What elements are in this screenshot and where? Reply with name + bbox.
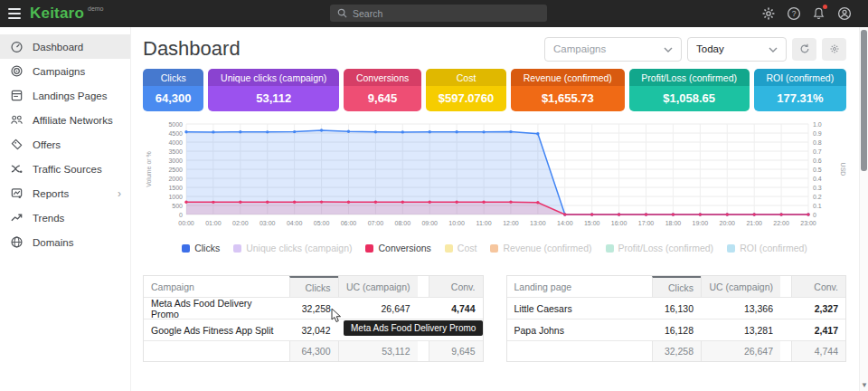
table-row[interactable]: Meta Ads Food Delivery Promo32,25826,647…: [144, 298, 483, 319]
sidebar-item-campaigns[interactable]: Campaigns: [0, 59, 130, 83]
legend-item[interactable]: Cost: [445, 243, 477, 253]
column-header-uc[interactable]: UC (campaign): [701, 276, 780, 297]
column-spacer: [780, 276, 791, 297]
row-name[interactable]: Little Caesars: [507, 298, 653, 319]
totals-clicks: 32,258: [652, 341, 701, 361]
legend-item[interactable]: Clicks: [182, 243, 220, 253]
sidebar-item-reports[interactable]: Reports ›: [0, 181, 130, 205]
menu-toggle-icon[interactable]: [0, 0, 27, 27]
row-tooltip: Meta Ads Food Delivery Promo: [344, 320, 483, 336]
legend-item[interactable]: Unique clicks (campaign): [233, 243, 352, 253]
svg-text:12:00: 12:00: [503, 220, 519, 226]
svg-text:4000: 4000: [168, 139, 183, 146]
totals-uc: 53,112: [338, 341, 418, 361]
metric-card[interactable]: Clicks64,300: [143, 69, 203, 111]
column-header-clicks[interactable]: Clicks: [652, 276, 701, 297]
metric-card[interactable]: Profit/Loss (confirmed)$1,058.65: [629, 69, 750, 111]
column-header-uc[interactable]: UC (campaign): [338, 276, 418, 297]
row-uc: 13,281: [701, 319, 780, 340]
vertical-scrollbar[interactable]: ▼: [859, 27, 868, 391]
metric-card[interactable]: Unique clicks (campaign)53,112: [208, 69, 339, 111]
user-avatar-icon[interactable]: [837, 6, 852, 21]
report-chart-icon: [9, 186, 24, 201]
svg-text:16:00: 16:00: [611, 220, 627, 226]
sidebar-nav: Dashboard Campaigns Landings Pages Affil…: [0, 27, 131, 391]
sidebar-item-trends[interactable]: Trends: [0, 205, 130, 230]
row-conv: 4,744: [429, 298, 483, 319]
tag-icon: [9, 138, 24, 152]
metric-card[interactable]: Revenue (confirmed)$1,655.73: [511, 69, 625, 111]
sidebar-item-label: Traffic Sources: [33, 164, 102, 175]
trend-arrow-icon: [9, 211, 24, 225]
sidebar-item-label: Reports: [33, 188, 69, 199]
metric-card[interactable]: Cost$597.0760: [426, 69, 506, 111]
date-range-select[interactable]: Today: [687, 37, 787, 62]
metric-cards: Clicks64,300Unique clicks (campaign)53,1…: [143, 69, 846, 111]
column-header-conv[interactable]: Conv.: [429, 276, 483, 297]
dashboard-settings-button[interactable]: [822, 38, 846, 61]
sidebar-item-dashboard[interactable]: Dashboard: [0, 34, 130, 59]
metric-card[interactable]: Conversions9,645: [344, 69, 421, 111]
column-spacer: [780, 298, 791, 319]
row-name[interactable]: Google Ads Fitness App Split: [144, 319, 289, 340]
table-header-row: CampaignClicksUC (campaign)Conv.: [144, 276, 483, 298]
global-search[interactable]: [330, 5, 547, 22]
legend-item[interactable]: Revenue (confirmed): [490, 243, 591, 253]
svg-text:3000: 3000: [168, 157, 183, 164]
search-input[interactable]: [353, 8, 540, 19]
traffic-chart[interactable]: 0500100015002000250030003500400045005000…: [143, 119, 846, 238]
table-row[interactable]: Little Caesars16,13013,3662,327: [507, 298, 846, 319]
landing-pages-table: Landing pageClicksUC (campaign)Conv.Litt…: [506, 275, 847, 362]
help-icon[interactable]: ?: [787, 6, 801, 21]
table-row[interactable]: Papa Johns16,12813,2812,417: [507, 319, 846, 341]
top-bar: Keitaro demo ?: [0, 0, 868, 27]
campaigns-filter-select[interactable]: Campaigns: [544, 37, 682, 62]
notifications-bell-icon[interactable]: [812, 6, 826, 21]
chevron-down-icon: [769, 43, 778, 54]
search-icon: [337, 8, 347, 18]
svg-text:14:00: 14:00: [557, 220, 573, 226]
globe-icon: [9, 235, 24, 250]
svg-text:19:00: 19:00: [693, 220, 709, 226]
svg-text:0.8: 0.8: [813, 139, 822, 146]
legend-swatch: [727, 244, 735, 253]
column-header-conv[interactable]: Conv.: [791, 276, 845, 297]
traffic-chart-svg[interactable]: 0500100015002000250030003500400045005000…: [143, 119, 846, 234]
sidebar-item-affiliate-networks[interactable]: Affiliate Networks: [0, 108, 130, 132]
gauge-icon: [9, 40, 24, 54]
legend-item[interactable]: Profit/Loss (confirmed): [606, 243, 714, 253]
column-header-name[interactable]: Campaign: [144, 276, 289, 297]
settings-gear-icon[interactable]: [761, 6, 776, 21]
sidebar-item-landings-pages[interactable]: Landings Pages: [0, 83, 130, 108]
row-clicks: 16,128: [652, 319, 701, 340]
svg-text:21:00: 21:00: [746, 220, 762, 226]
svg-text:06:00: 06:00: [341, 220, 357, 226]
svg-text:07:00: 07:00: [368, 220, 384, 226]
svg-text:03:00: 03:00: [259, 220, 276, 226]
table-totals-row: 32,25826,6474,744: [507, 341, 846, 361]
scroll-down-arrow-icon[interactable]: ▼: [860, 381, 868, 389]
legend-item[interactable]: ROI (confirmed): [727, 243, 807, 253]
metric-card[interactable]: ROI (confirmed)177.31%: [754, 69, 846, 111]
svg-text:0.9: 0.9: [813, 130, 822, 137]
column-header-clicks[interactable]: Clicks: [289, 276, 338, 297]
svg-text:1500: 1500: [168, 185, 183, 191]
sidebar-item-domains[interactable]: Domains: [0, 230, 130, 254]
svg-text:4500: 4500: [168, 130, 183, 137]
row-name[interactable]: Meta Ads Food Delivery Promo: [144, 298, 289, 319]
scrollbar-thumb[interactable]: [861, 30, 867, 171]
refresh-button[interactable]: [792, 38, 816, 61]
sidebar-item-traffic-sources[interactable]: Traffic Sources: [0, 157, 130, 181]
sidebar-item-label: Campaigns: [33, 66, 85, 77]
svg-text:1.0: 1.0: [813, 121, 822, 128]
legend-item[interactable]: Conversions: [365, 243, 430, 253]
metric-card-value: 64,300: [143, 86, 203, 111]
sidebar-item-offers[interactable]: Offers: [0, 132, 130, 157]
sidebar-item-label: Landings Pages: [33, 91, 107, 101]
column-header-name[interactable]: Landing page: [507, 276, 653, 297]
row-name[interactable]: Papa Johns: [507, 319, 653, 340]
legend-label: Revenue (confirmed): [503, 243, 591, 253]
svg-text:0: 0: [813, 212, 816, 218]
legend-label: Profit/Loss (confirmed): [618, 243, 714, 253]
campaigns-table: CampaignClicksUC (campaign)Conv.Meta Ads…: [143, 275, 484, 362]
